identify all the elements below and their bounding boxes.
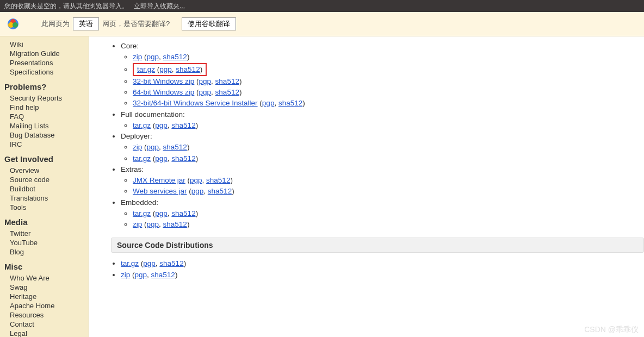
list-item: tar.gz (pgp, sha512) [121,258,644,269]
pgp-link[interactable]: pgp [159,65,172,73]
sidebar-item-tools[interactable]: Tools [4,203,84,212]
download-link-targz[interactable]: tar.gz [133,209,151,217]
pgp-link[interactable]: pgp [155,121,168,129]
watermark: CSDN @乖乖仪 [584,325,639,335]
deployer-label: Deployer: [121,132,152,140]
sidebar-item-mailing[interactable]: Mailing Lists [4,121,84,130]
sidebar-heading-involved: Get Involved [4,154,84,164]
browser-logo-icon [7,17,20,30]
list-item: zip (pgp, sha512) [133,52,644,63]
group-extras: Extras: JMX Remote jar (pgp, sha512) Web… [121,164,644,197]
list-item: tar.gz (pgp, sha512) [133,120,644,131]
sha512-link[interactable]: sha512 [215,77,239,85]
download-link-zip[interactable]: zip [133,143,142,151]
pgp-link[interactable]: pgp [147,53,159,61]
browser-bookmark-bar: 您的收藏夹是空的，请从其他浏览器导入。 立即导入收藏夹... [0,0,644,12]
pgp-link[interactable]: pgp [143,259,156,267]
list-item: 32-bit/64-bit Windows Service Installer … [133,98,644,109]
sidebar: Wiki Migration Guide Presentations Speci… [0,36,89,337]
language-button[interactable]: 英语 [73,17,99,30]
pgp-link[interactable]: pgp [262,99,275,107]
sha512-link[interactable]: sha512 [163,220,187,228]
sidebar-item-presentations[interactable]: Presentations [4,58,84,67]
sidebar-item-security[interactable]: Security Reports [4,93,84,103]
sidebar-item-buildbot[interactable]: Buildbot [4,184,84,194]
bookmark-msg: 您的收藏夹是空的，请从其他浏览器导入。 [4,2,128,11]
sha512-link[interactable]: sha512 [171,154,195,163]
sidebar-item-heritage[interactable]: Heritage [4,292,84,301]
sidebar-item-who[interactable]: Who We Are [4,273,84,283]
sidebar-heading-problems: Problems? [4,82,84,91]
sha512-link[interactable]: sha512 [171,121,195,129]
sha512-link[interactable]: sha512 [215,88,239,96]
list-item: 32-bit Windows zip (pgp, sha512) [133,76,644,87]
pgp-link[interactable]: pgp [190,176,202,184]
sidebar-item-youtube[interactable]: YouTube [4,238,84,247]
sha512-link[interactable]: sha512 [206,176,230,184]
sidebar-item-faq[interactable]: FAQ [4,112,84,121]
use-google-translate-button[interactable]: 使用谷歌翻译 [182,17,236,30]
sha512-link[interactable]: sha512 [163,143,187,151]
sidebar-item-contact[interactable]: Contact [4,320,84,329]
sidebar-item-wiki[interactable]: Wiki [4,40,84,49]
download-link-zip[interactable]: zip [121,271,130,279]
list-item: tar.gz (pgp, sha512) [133,208,644,219]
download-link-targz[interactable]: tar.gz [121,259,139,267]
sha512-link[interactable]: sha512 [163,53,187,61]
pgp-link[interactable]: pgp [191,187,204,195]
pgp-link[interactable]: pgp [147,220,159,228]
pgp-link[interactable]: pgp [155,154,168,163]
content-area: Core: zip (pgp, sha512) tar.gz (pgp, sha… [89,36,644,337]
fulldoc-label: Full documentation: [121,110,185,118]
sidebar-item-translations[interactable]: Translations [4,194,84,203]
sidebar-heading-media: Media [4,217,84,227]
pgp-link[interactable]: pgp [199,88,212,96]
sidebar-item-irc[interactable]: IRC [4,140,84,149]
download-link-targz[interactable]: tar.gz [133,154,151,163]
pgp-link[interactable]: pgp [135,271,147,279]
import-bookmarks-link[interactable]: 立即导入收藏夹... [134,2,185,11]
sidebar-item-findhelp[interactable]: Find help [4,103,84,112]
sidebar-item-apachehome[interactable]: Apache Home [4,301,84,310]
download-link-installer[interactable]: 32-bit/64-bit Windows Service Installer [133,99,258,107]
sidebar-item-specifications[interactable]: Specifications [4,67,84,77]
sha512-link[interactable]: sha512 [159,259,183,267]
translate-text-post: 网页，是否需要翻译? [102,19,170,29]
translate-text-pre: 此网页为 [41,19,70,29]
download-link-webservices[interactable]: Web services jar [133,187,187,195]
sha512-link[interactable]: sha512 [176,65,200,73]
sidebar-item-source[interactable]: Source code [4,175,84,184]
group-core: Core: zip (pgp, sha512) tar.gz (pgp, sha… [121,41,644,109]
sha512-link[interactable]: sha512 [278,99,302,107]
sidebar-item-resources[interactable]: Resources [4,310,84,320]
download-link-win32[interactable]: 32-bit Windows zip [133,77,194,85]
sidebar-item-overview[interactable]: Overview [4,166,84,175]
sidebar-item-blog[interactable]: Blog [4,247,84,257]
sidebar-item-legal[interactable]: Legal [4,329,84,337]
source-code-header: Source Code Distributions [111,238,644,253]
svg-point-3 [13,22,18,28]
sidebar-heading-misc: Misc [4,262,84,271]
download-link-jmx[interactable]: JMX Remote jar [133,176,185,184]
translate-bar: 此网页为 英语 网页，是否需要翻译? 使用谷歌翻译 [0,12,644,36]
extras-label: Extras: [121,165,144,173]
sha512-link[interactable]: sha512 [171,209,195,217]
download-link-targz[interactable]: tar.gz [133,121,151,129]
list-item: 64-bit Windows zip (pgp, sha512) [133,87,644,98]
sidebar-item-twitter[interactable]: Twitter [4,229,84,238]
list-item: zip (pgp, sha512) [133,142,644,153]
list-item: Web services jar (pgp, sha512) [133,186,644,197]
pgp-link[interactable]: pgp [147,143,159,151]
sha512-link[interactable]: sha512 [208,187,232,195]
sha512-link[interactable]: sha512 [151,271,175,279]
core-label: Core: [121,42,139,50]
download-link-targz[interactable]: tar.gz [137,65,155,73]
sidebar-item-bugdb[interactable]: Bug Database [4,130,84,140]
download-link-zip[interactable]: zip [133,53,142,61]
download-link-win64[interactable]: 64-bit Windows zip [133,88,194,96]
sidebar-item-migration[interactable]: Migration Guide [4,49,84,58]
pgp-link[interactable]: pgp [155,209,168,217]
sidebar-item-swag[interactable]: Swag [4,283,84,292]
pgp-link[interactable]: pgp [199,77,212,85]
download-link-zip[interactable]: zip [133,220,142,228]
